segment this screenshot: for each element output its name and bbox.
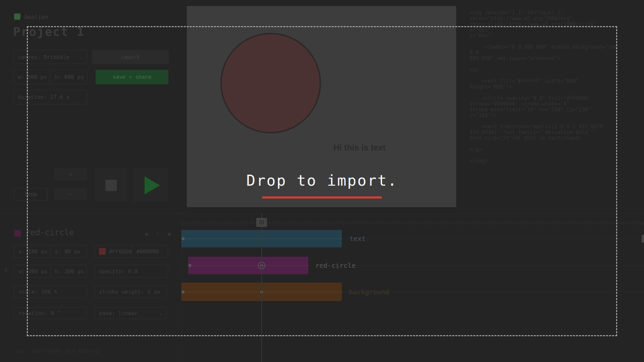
scrollbar-thumb[interactable] xyxy=(642,235,644,243)
app-name: Amation xyxy=(24,14,48,20)
footer-hint: tip: keyframes and easing xyxy=(15,348,99,354)
ruler-tick xyxy=(618,221,618,226)
app-logo-icon xyxy=(14,13,20,20)
keyframe-marker: 0 xyxy=(4,267,7,273)
ruler-tick xyxy=(630,222,631,225)
ruler-tick xyxy=(634,221,634,226)
ruler-tick xyxy=(627,222,628,225)
ruler-tick xyxy=(637,222,637,225)
app-window: Amation Project 1 canvas: Dribbble ⌄ imp… xyxy=(0,0,644,362)
layer-color-swatch[interactable] xyxy=(14,230,21,237)
ruler-tick xyxy=(643,222,644,225)
ruler-tick xyxy=(624,222,624,225)
drop-underline xyxy=(262,196,382,198)
ruler-tick xyxy=(640,222,640,225)
drop-message: Drop to import. xyxy=(0,172,644,189)
ruler-tick xyxy=(621,222,621,225)
